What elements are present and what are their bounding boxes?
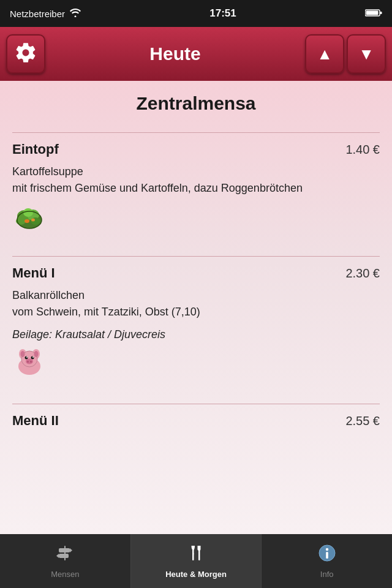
mensen-tab-icon [55,543,75,567]
menu-name-eintopf: Eintopf [12,141,59,157]
mensa-title: Zentralmensa [12,93,380,114]
status-bar: Netzbetreiber 17:51 [0,0,392,27]
menu-icon-eintopf [12,203,380,238]
arrow-up-icon: ▲ [317,45,333,64]
svg-marker-28 [70,548,72,552]
menu-description-menu1: Balkanröllchenvom Schwein, mit Tzatziki,… [12,287,380,320]
settings-button[interactable] [6,34,45,74]
status-right [365,9,382,19]
nav-arrows: ▲ ▼ [305,34,386,74]
menu-section-eintopf: Eintopf 1.40 € Kartoffelsuppemit frische… [12,132,380,238]
menu-name-menu1: Menü I [12,265,55,281]
menu-price-eintopf: 1.40 € [345,143,380,157]
tab-heute-morgen-label: Heute & Morgen [165,570,227,579]
menu-name-menu2: Menü II [12,413,59,429]
svg-point-9 [24,219,29,223]
status-left: Netzbetreiber [10,9,81,19]
tab-mensen[interactable]: Mensen [0,534,131,588]
svg-point-10 [31,219,35,222]
svg-point-16 [21,351,25,357]
svg-point-21 [32,356,34,358]
battery-icon [365,9,382,19]
svg-rect-26 [64,546,66,560]
gear-icon [14,41,37,67]
svg-point-6 [23,208,33,217]
svg-point-19 [31,356,34,360]
svg-point-35 [325,548,328,551]
menu-section-menu1: Menü I 2.30 € Balkanröllchenvom Schwein,… [12,256,380,385]
menu-header-eintopf: Eintopf 1.40 € [12,141,380,157]
info-tab-icon [317,543,337,567]
svg-rect-32 [192,553,194,560]
wifi-icon [70,9,81,19]
svg-rect-36 [326,552,328,559]
tab-heute-morgen[interactable]: Heute & Morgen [131,534,262,588]
svg-rect-2 [366,10,379,15]
svg-point-20 [26,356,28,358]
svg-point-18 [25,356,28,360]
tab-info-label: Info [320,570,334,579]
header: Heute ▲ ▼ [0,27,392,81]
svg-point-23 [27,361,29,363]
carrier-text: Netzbetreiber [10,9,65,19]
tab-bar: Mensen Heute & Morgen Info [0,534,392,588]
menu-price-menu1: 2.30 € [345,266,380,281]
menu-price-menu2: 2.55 € [345,414,380,428]
menu-side-menu1: Beilage: Krautsalat / Djuvecreis [12,326,380,343]
menu-description-eintopf: Kartoffelsuppemit frischem Gemüse und Ka… [12,164,380,197]
status-time: 17:51 [209,7,236,20]
svg-rect-1 [380,12,382,14]
svg-rect-27 [59,548,70,552]
header-title: Heute [45,43,305,64]
tab-mensen-label: Mensen [51,570,79,579]
prev-button[interactable]: ▲ [305,34,344,74]
menu-icon-menu1 [12,348,380,385]
svg-point-22 [26,359,33,364]
svg-point-17 [34,351,39,357]
content: Zentralmensa Eintopf 1.40 € Kartoffelsup… [0,81,392,534]
next-button[interactable]: ▼ [347,34,386,74]
heute-morgen-tab-icon [186,543,206,567]
svg-rect-29 [59,554,69,558]
tab-info[interactable]: Info [262,534,392,588]
menu-header-menu2: Menü II 2.55 € [12,413,380,429]
arrow-down-icon: ▼ [358,45,374,64]
menu-section-menu2: Menü II 2.55 € [12,404,380,429]
svg-point-24 [30,361,32,363]
menu-header-menu1: Menü I 2.30 € [12,265,380,281]
svg-marker-30 [56,554,59,558]
